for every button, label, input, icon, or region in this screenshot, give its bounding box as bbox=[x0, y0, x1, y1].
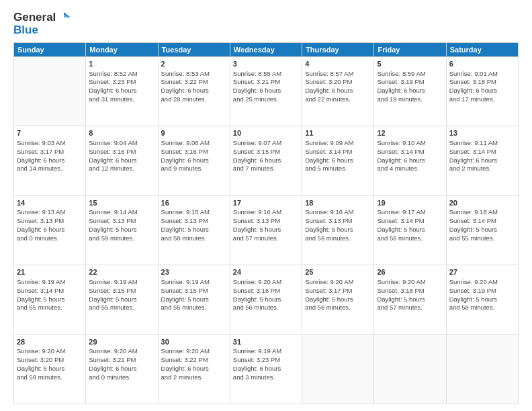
day-number: 22 bbox=[89, 267, 154, 277]
day-info: Daylight: 6 hours bbox=[377, 87, 443, 95]
day-info: Daylight: 5 hours bbox=[377, 295, 443, 304]
day-number: 30 bbox=[161, 337, 227, 347]
day-info: and 58 minutes. bbox=[161, 234, 227, 243]
calendar-cell: 4Sunrise: 8:57 AMSunset: 3:20 PMDaylight… bbox=[302, 56, 374, 126]
day-info: Sunset: 3:18 PM bbox=[377, 287, 443, 295]
calendar-cell: 3Sunrise: 8:55 AMSunset: 3:21 PMDaylight… bbox=[230, 56, 302, 126]
day-info: and 55 minutes. bbox=[89, 304, 154, 312]
day-info: Sunset: 3:15 PM bbox=[161, 287, 227, 295]
calendar-cell: 31Sunrise: 9:19 AMSunset: 3:23 PMDayligh… bbox=[230, 334, 302, 404]
day-info: Sunset: 3:17 PM bbox=[305, 287, 371, 295]
day-number: 9 bbox=[161, 128, 227, 138]
calendar-cell: 5Sunrise: 8:59 AMSunset: 3:19 PMDaylight… bbox=[374, 56, 446, 126]
day-info: Daylight: 5 hours bbox=[233, 226, 299, 234]
logo-bird-icon bbox=[57, 11, 71, 24]
calendar-cell: 30Sunrise: 9:20 AMSunset: 3:22 PMDayligh… bbox=[158, 334, 230, 404]
day-info: and 28 minutes. bbox=[161, 95, 227, 104]
day-number: 20 bbox=[449, 198, 515, 208]
calendar-cell: 9Sunrise: 9:06 AMSunset: 3:16 PMDaylight… bbox=[158, 126, 230, 195]
day-info: Sunset: 3:22 PM bbox=[161, 356, 227, 365]
day-info: and 58 minutes. bbox=[449, 304, 515, 312]
day-number: 28 bbox=[17, 337, 83, 347]
day-info: Daylight: 5 hours bbox=[449, 226, 515, 234]
day-info: Sunrise: 9:10 AM bbox=[377, 139, 443, 148]
day-info: Daylight: 5 hours bbox=[233, 295, 299, 304]
day-info: Sunset: 3:16 PM bbox=[161, 148, 227, 156]
day-number: 5 bbox=[377, 59, 443, 69]
day-info: Sunset: 3:21 PM bbox=[233, 78, 299, 87]
day-number: 2 bbox=[161, 59, 227, 69]
day-info: and 12 minutes. bbox=[89, 165, 154, 173]
day-number: 18 bbox=[305, 198, 371, 208]
day-info: Daylight: 6 hours bbox=[161, 87, 227, 95]
day-number: 6 bbox=[449, 59, 515, 69]
calendar-cell: 2Sunrise: 8:53 AMSunset: 3:22 PMDaylight… bbox=[158, 56, 230, 126]
day-info: Sunset: 3:15 PM bbox=[89, 287, 154, 295]
day-info: Sunrise: 9:19 AM bbox=[161, 278, 227, 287]
day-info: and 9 minutes. bbox=[161, 165, 227, 173]
day-info: Sunrise: 9:20 AM bbox=[233, 278, 299, 287]
day-info: Sunset: 3:17 PM bbox=[17, 148, 83, 156]
day-info: Sunset: 3:20 PM bbox=[305, 78, 371, 87]
day-info: Sunrise: 9:19 AM bbox=[89, 278, 154, 287]
day-info: Daylight: 6 hours bbox=[89, 87, 154, 95]
day-number: 27 bbox=[449, 267, 515, 277]
day-info: and 0 minutes. bbox=[89, 373, 154, 382]
calendar-header-thursday: Thursday bbox=[302, 42, 374, 56]
calendar-cell: 11Sunrise: 9:09 AMSunset: 3:14 PMDayligh… bbox=[302, 126, 374, 195]
day-info: and 5 minutes. bbox=[305, 165, 371, 173]
calendar-cell: 22Sunrise: 9:19 AMSunset: 3:15 PMDayligh… bbox=[86, 265, 158, 334]
calendar-cell: 29Sunrise: 9:20 AMSunset: 3:21 PMDayligh… bbox=[86, 334, 158, 404]
calendar-week-row: 1Sunrise: 8:52 AMSunset: 3:23 PMDaylight… bbox=[14, 56, 519, 126]
day-info: Daylight: 6 hours bbox=[305, 87, 371, 95]
day-info: Daylight: 5 hours bbox=[305, 295, 371, 304]
day-number: 16 bbox=[161, 198, 227, 208]
day-info: Sunset: 3:15 PM bbox=[233, 148, 299, 156]
day-number: 10 bbox=[233, 128, 299, 138]
day-info: Sunrise: 9:14 AM bbox=[89, 208, 154, 217]
day-info: Sunset: 3:13 PM bbox=[161, 217, 227, 226]
day-info: and 14 minutes. bbox=[17, 165, 83, 173]
day-info: Daylight: 5 hours bbox=[449, 295, 515, 304]
calendar-cell: 13Sunrise: 9:11 AMSunset: 3:14 PMDayligh… bbox=[446, 126, 518, 195]
header: General Blue bbox=[13, 11, 519, 37]
calendar-cell: 15Sunrise: 9:14 AMSunset: 3:13 PMDayligh… bbox=[86, 195, 158, 265]
day-info: Sunrise: 9:01 AM bbox=[449, 70, 515, 79]
day-info: and 31 minutes. bbox=[89, 95, 154, 104]
day-info: Sunrise: 9:04 AM bbox=[89, 139, 154, 148]
day-info: Daylight: 6 hours bbox=[305, 156, 371, 165]
day-info: Sunrise: 8:57 AM bbox=[305, 70, 371, 79]
day-info: Sunset: 3:19 PM bbox=[449, 287, 515, 295]
day-number: 19 bbox=[377, 198, 443, 208]
calendar-cell bbox=[374, 334, 446, 404]
day-info: Sunrise: 9:20 AM bbox=[161, 347, 227, 356]
day-info: Sunset: 3:23 PM bbox=[89, 78, 154, 87]
calendar-cell: 21Sunrise: 9:19 AMSunset: 3:14 PMDayligh… bbox=[14, 265, 86, 334]
day-info: Sunset: 3:13 PM bbox=[17, 217, 83, 226]
day-info: Sunrise: 9:06 AM bbox=[161, 139, 227, 148]
day-number: 13 bbox=[449, 128, 515, 138]
day-info: Daylight: 6 hours bbox=[17, 226, 83, 234]
calendar-cell: 19Sunrise: 9:17 AMSunset: 3:14 PMDayligh… bbox=[374, 195, 446, 265]
day-number: 8 bbox=[89, 128, 154, 138]
day-info: Sunrise: 9:16 AM bbox=[305, 208, 371, 217]
calendar-cell: 1Sunrise: 8:52 AMSunset: 3:23 PMDaylight… bbox=[86, 56, 158, 126]
day-info: Sunset: 3:19 PM bbox=[377, 78, 443, 87]
day-info: Sunset: 3:14 PM bbox=[377, 217, 443, 226]
calendar-header-monday: Monday bbox=[86, 42, 158, 56]
day-info: Sunset: 3:14 PM bbox=[449, 217, 515, 226]
day-info: Daylight: 5 hours bbox=[377, 226, 443, 234]
calendar-cell bbox=[446, 334, 518, 404]
day-number: 24 bbox=[233, 267, 299, 277]
day-info: Sunrise: 9:17 AM bbox=[377, 208, 443, 217]
calendar-cell: 12Sunrise: 9:10 AMSunset: 3:14 PMDayligh… bbox=[374, 126, 446, 195]
day-info: and 56 minutes. bbox=[233, 304, 299, 312]
day-info: Daylight: 6 hours bbox=[161, 365, 227, 373]
day-info: Sunrise: 9:18 AM bbox=[449, 208, 515, 217]
calendar-cell: 24Sunrise: 9:20 AMSunset: 3:16 PMDayligh… bbox=[230, 265, 302, 334]
calendar-cell bbox=[302, 334, 374, 404]
day-info: Sunrise: 9:03 AM bbox=[17, 139, 83, 148]
day-info: Daylight: 5 hours bbox=[161, 295, 227, 304]
day-info: Sunrise: 9:20 AM bbox=[449, 278, 515, 287]
day-info: and 7 minutes. bbox=[233, 165, 299, 173]
